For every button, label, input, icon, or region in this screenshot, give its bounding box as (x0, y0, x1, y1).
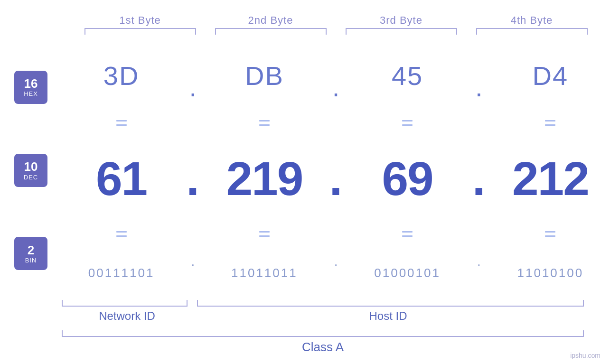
hex-3: 45 (392, 60, 423, 91)
eq-1 (116, 120, 127, 126)
bin-2: 11011011 (231, 266, 298, 280)
byte-labels-row: 1st Byte 2nd Byte 3rd Byte 4th Byte (75, 14, 597, 27)
byte-label-4: 4th Byte (467, 14, 597, 27)
main-grid: 16 HEX 10 DEC 2 BIN 3D 61 0 (0, 41, 610, 300)
eq-bar (545, 235, 555, 237)
eq-bar (116, 124, 127, 126)
badge-bin: 2 BIN (14, 237, 47, 270)
bracket-top-3 (346, 28, 457, 35)
top-bracket-1 (75, 27, 206, 36)
bin-1: 00111101 (88, 266, 155, 280)
top-bracket-3 (336, 27, 467, 36)
ip-breakdown-container: 1st Byte 2nd Byte 3rd Byte 4th Byte 16 H… (0, 0, 610, 364)
dot-col-2: . . . (324, 41, 348, 300)
badges-column: 16 HEX 10 DEC 2 BIN (0, 41, 62, 300)
dot-dec-2: . (329, 155, 343, 202)
eq-4 (545, 120, 555, 126)
eq-4b (545, 231, 555, 237)
top-bracket-2 (206, 27, 336, 36)
dec-3: 69 (382, 155, 433, 202)
eq-2 (259, 120, 270, 126)
dot-bin-1: . (191, 254, 195, 269)
badge-dec: 10 DEC (14, 154, 47, 187)
byte-label-2: 2nd Byte (206, 14, 336, 27)
bracket-class-bottom (62, 330, 584, 337)
dot-bin-3: . (477, 254, 480, 269)
eq-bar (259, 235, 270, 237)
byte-label-1: 1st Byte (75, 14, 206, 27)
bin-3: 01000101 (374, 266, 441, 280)
data-col-3: 45 69 01000101 (348, 41, 467, 300)
bracket-top-4 (476, 28, 588, 35)
eq-bar (545, 231, 555, 233)
class-label: Class A (302, 340, 344, 355)
dot-bin-2: . (334, 254, 338, 269)
eq-bar (259, 231, 270, 233)
dot-hex-1: . (189, 72, 197, 103)
eq-bar (545, 120, 555, 121)
top-bracket-4 (467, 27, 597, 36)
eq-bar (116, 120, 127, 121)
bracket-network-bottom (62, 300, 188, 307)
eq-bar (402, 235, 413, 237)
eq-bar (545, 124, 555, 126)
eq-2b (259, 231, 270, 237)
hex-4: D4 (533, 60, 569, 91)
dot-dec-1: . (186, 155, 199, 202)
data-col-4: D4 212 11010100 (491, 41, 610, 300)
eq-bar (259, 124, 270, 126)
eq-bar (402, 120, 413, 121)
id-labels-row: Network ID Host ID (62, 309, 584, 323)
eq-1b (116, 231, 127, 237)
dot-col-1: . . . (181, 41, 205, 300)
dot-hex-2: . (332, 72, 340, 103)
dec-1: 61 (96, 155, 147, 202)
hex-2: DB (245, 60, 284, 91)
bracket-host-bottom (197, 300, 584, 307)
host-id-label: Host ID (192, 309, 584, 323)
bin-4: 11010100 (517, 266, 584, 280)
bottom-brackets-row (62, 300, 584, 307)
bracket-top-2 (215, 28, 327, 35)
eq-bar (402, 124, 413, 126)
class-bracket-row (62, 330, 584, 337)
data-col-1: 3D 61 00111101 (62, 41, 181, 300)
byte-label-3: 3rd Byte (336, 14, 467, 27)
eq-bar (116, 235, 127, 237)
eq-bar (402, 231, 413, 233)
network-id-label: Network ID (62, 309, 192, 323)
eq-bar (259, 120, 270, 121)
badge-hex: 16 HEX (14, 71, 47, 104)
eq-bar (116, 231, 127, 233)
watermark: ipshu.com (570, 352, 601, 359)
dot-dec-3: . (472, 155, 486, 202)
dot-hex-3: . (475, 72, 483, 103)
bracket-top-1 (84, 28, 196, 35)
data-col-2: DB 219 11011011 (205, 41, 324, 300)
dec-2: 219 (226, 155, 302, 202)
dec-4: 212 (512, 155, 589, 202)
hex-1: 3D (103, 60, 140, 91)
class-label-row: Class A (62, 340, 584, 355)
eq-3b (402, 231, 413, 237)
dot-col-3: . . . (467, 41, 491, 300)
top-brackets (75, 27, 597, 36)
bottom-section: Network ID Host ID Class A (0, 300, 610, 364)
eq-3 (402, 120, 413, 126)
